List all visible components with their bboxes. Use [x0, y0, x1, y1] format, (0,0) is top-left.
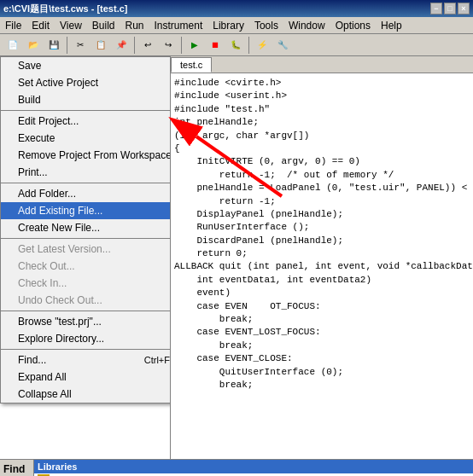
dd-item-8[interactable]: Add Existing File... — [1, 202, 171, 219]
menu-item-window[interactable]: Window — [283, 17, 330, 33]
undo-button[interactable]: ↩ — [138, 36, 157, 55]
dd-item-16[interactable]: Find...Ctrl+F — [1, 351, 171, 369]
dd-item-4[interactable]: Execute — [1, 130, 171, 147]
code-line-30: break; — [174, 379, 470, 392]
dd-separator-2 — [1, 110, 171, 111]
dd-item-label-8: Add Existing File... — [18, 205, 102, 217]
dd-item-shortcut-16: Ctrl+F — [144, 355, 170, 365]
right-panel: test.c #include <cvirte.h>#include <user… — [171, 56, 473, 459]
save-button[interactable]: 💾 — [44, 36, 63, 55]
toolbar-separator-2 — [134, 37, 135, 54]
code-line-7: { — [174, 142, 470, 155]
code-line-20: event) — [174, 287, 470, 299]
dd-item-label-16: Find... — [18, 354, 46, 366]
code-line-17: ALLBACK quit (int panel, int event, void… — [174, 260, 470, 273]
dd-item-6[interactable]: Print... — [1, 164, 171, 181]
dd-item-0[interactable]: Save — [1, 57, 171, 74]
code-line-0: #include <cvirte.h> — [174, 77, 470, 90]
code-line-25: case EVENT_LOST_FOCUS: — [174, 326, 470, 339]
menu-item-help[interactable]: Help — [376, 17, 407, 33]
code-line-12: DisplayPanel (pnelHandle); — [174, 208, 470, 221]
menu-item-file[interactable]: File — [0, 17, 26, 33]
run-button[interactable]: ▶ — [185, 36, 204, 55]
code-line-27: break; — [174, 340, 470, 352]
dd-item-2[interactable]: Build — [1, 91, 171, 108]
code-line-4: int pnelHandle; — [174, 116, 470, 129]
copy-button[interactable]: 📋 — [91, 36, 110, 55]
menu-item-instrument[interactable]: Instrument — [149, 17, 208, 33]
dd-separator-9 — [1, 238, 171, 239]
menu-bar: FileEditViewBuildRunInstrumentLibraryToo… — [0, 17, 473, 34]
tab-test-c[interactable]: test.c — [171, 57, 212, 73]
code-line-18: int eventData1, int eventData2) — [174, 274, 470, 287]
dd-item-11: Check Out... — [1, 258, 171, 275]
menu-item-library[interactable]: Library — [207, 17, 249, 33]
dd-item-label-2: Build — [18, 94, 41, 106]
dd-item-3[interactable]: Edit Project... — [1, 113, 171, 130]
dd-item-label-14: Browse "test.prj"... — [18, 316, 102, 328]
redo-button[interactable]: ↪ — [159, 36, 178, 55]
debug-button[interactable]: 🐛 — [226, 36, 245, 55]
code-line-10: pnelHandle = LoadPanel (0, "test.uir", P… — [174, 182, 470, 194]
dd-item-7[interactable]: Add Folder... — [1, 185, 171, 202]
dd-item-label-17: Expand All — [18, 371, 67, 383]
maximize-button[interactable]: □ — [444, 3, 456, 15]
dd-item-label-1: Set Active Project — [18, 77, 98, 89]
paste-button[interactable]: 📌 — [112, 36, 131, 55]
dd-item-18[interactable]: Collapse All — [1, 386, 171, 403]
dd-item-1[interactable]: Set Active Project — [1, 74, 171, 91]
minimize-button[interactable]: − — [430, 3, 442, 15]
toolbar-separator-4 — [248, 37, 249, 54]
dd-item-13: Undo Check Out... — [1, 292, 171, 309]
code-line-28: case EVENT_CLOSE: — [174, 352, 470, 365]
dd-item-5[interactable]: Remove Project From Workspace — [1, 147, 171, 164]
code-line-8: InitCVIRTE (0, argv, 0) == 0) — [174, 155, 470, 168]
dd-item-label-9: Create New File... — [18, 222, 100, 234]
tab-bar: test.c — [171, 56, 473, 73]
menu-item-run[interactable]: Run — [120, 17, 149, 33]
new-button[interactable]: 📄 — [3, 36, 22, 55]
title-bar: e:\CVI题目\test.cws - [test.c] − □ × — [0, 0, 473, 17]
dd-item-15[interactable]: Explore Directory... — [1, 330, 171, 347]
dd-item-label-4: Execute — [18, 132, 55, 144]
dd-item-label-13: Undo Check Out... — [18, 294, 102, 306]
cut-button[interactable]: ✂ — [71, 36, 90, 55]
dd-item-label-0: Save — [18, 60, 41, 72]
dd-item-9[interactable]: Create New File... — [1, 219, 171, 236]
code-line-6: (int argc, char *argv[]) — [174, 130, 470, 142]
menu-item-view[interactable]: View — [55, 17, 87, 33]
code-editor[interactable]: #include <cvirte.h>#include <userint.h>#… — [171, 73, 473, 459]
dd-item-label-18: Collapse All — [18, 388, 72, 400]
menu-item-tools[interactable]: Tools — [249, 17, 283, 33]
bottom-panel: Find Libraries User Interface LibraryAdv… — [0, 459, 473, 476]
code-line-29: QuitUserInterface (0); — [174, 366, 470, 379]
find-label: Find — [0, 460, 34, 476]
dd-item-label-6: Print... — [18, 166, 48, 178]
dd-item-label-12: Check In... — [18, 277, 67, 289]
extra-button-1[interactable]: ⚡ — [253, 36, 272, 55]
menu-item-edit[interactable]: Edit — [26, 17, 55, 33]
title-text: e:\CVI题目\test.cws - [test.c] — [3, 3, 430, 15]
dd-item-12: Check In... — [1, 275, 171, 292]
menu-item-build[interactable]: Build — [87, 17, 120, 33]
stop-button[interactable]: ⏹ — [206, 36, 225, 55]
code-line-2: #include "test.h" — [174, 103, 470, 116]
toolbar-separator-3 — [181, 37, 182, 54]
dd-item-label-15: Explore Directory... — [18, 333, 104, 345]
dd-item-label-7: Add Folder... — [18, 188, 76, 200]
dd-item-label-3: Edit Project... — [18, 115, 79, 127]
close-button[interactable]: × — [458, 3, 470, 15]
toolbar-separator-1 — [67, 37, 67, 54]
dd-item-14[interactable]: Browse "test.prj"... — [1, 313, 171, 330]
menu-item-options[interactable]: Options — [330, 17, 376, 33]
code-line-9: return -1; /* out of memory */ — [174, 169, 470, 182]
open-button[interactable]: 📂 — [24, 36, 43, 55]
extra-button-2[interactable]: 🔧 — [273, 36, 292, 55]
dd-item-label-11: Check Out... — [18, 260, 75, 272]
dd-item-17[interactable]: Expand All — [1, 369, 171, 386]
code-line-1: #include <userint.h> — [174, 90, 470, 102]
code-line-22: case EVEN OT_FOCUS: — [174, 300, 470, 313]
dd-separator-15 — [1, 349, 171, 350]
toolbar: 📄 📂 💾 ✂ 📋 📌 ↩ ↪ ▶ ⏹ 🐛 ⚡ 🔧 — [0, 34, 473, 56]
code-line-24: break; — [174, 313, 470, 326]
